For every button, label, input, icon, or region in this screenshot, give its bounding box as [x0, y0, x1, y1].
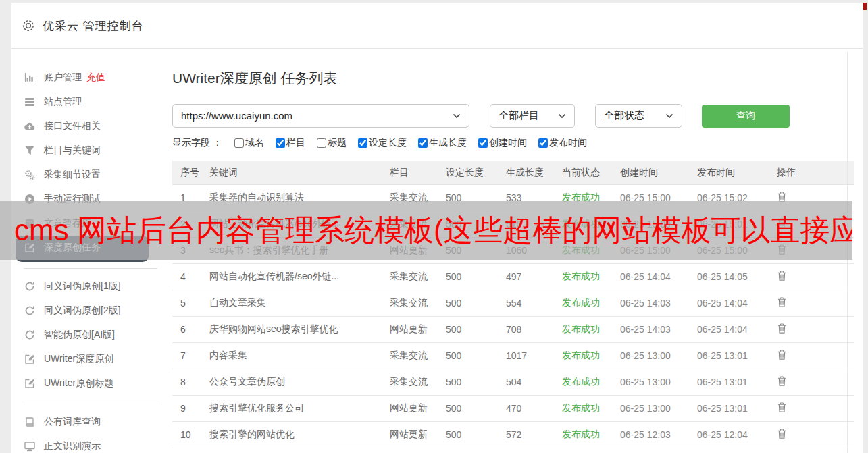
- cell-created: 06-25 14:03: [620, 298, 697, 309]
- sidebar-item[interactable]: 接口文件相关: [11, 114, 165, 138]
- sidebar-item-label: 站点管理: [44, 96, 82, 108]
- column-header: 栏目: [390, 167, 446, 179]
- sidebar-item[interactable]: 深度原创任务: [16, 236, 149, 260]
- table-body: 1采集器的自动识别算法采集交流500533发布成功06-25 15:0006-2…: [172, 185, 854, 448]
- cell-created: 06-25 14:04: [620, 271, 697, 282]
- edit-icon: [24, 242, 35, 254]
- sidebar-item[interactable]: 采集细节设置: [11, 163, 165, 187]
- column-select[interactable]: 全部栏目: [490, 104, 575, 128]
- cell-set_length: 500: [446, 324, 506, 335]
- display-field-checkbox[interactable]: [538, 138, 548, 148]
- sidebar-item[interactable]: 公有词库查询: [11, 410, 165, 434]
- display-field-option[interactable]: 生成长度: [418, 137, 467, 149]
- table-row: 9搜索引擎优化服务公司网站更新500470发布成功06-25 13:0006-2…: [172, 396, 854, 422]
- trash-icon: [777, 218, 787, 230]
- delete-button[interactable]: [777, 429, 789, 441]
- sidebar-item-label: 接口文件相关: [44, 120, 101, 132]
- cell-category: 网站更新: [390, 323, 446, 336]
- display-field-checkbox[interactable]: [478, 138, 488, 148]
- cell-created: 06-25 12:03: [620, 429, 697, 440]
- status-select[interactable]: 全部状态: [595, 104, 682, 128]
- cell-created: 06-25 13:00: [620, 350, 697, 361]
- sidebar-item[interactable]: UWriter原创标题: [11, 371, 165, 396]
- server-icon: [24, 97, 35, 108]
- trash-icon: [777, 192, 787, 204]
- cell-actions: [777, 271, 854, 283]
- display-field-label: 设定长度: [369, 137, 407, 149]
- cell-status: 发布成功: [562, 402, 620, 415]
- cell-category: 采集交流: [390, 297, 446, 309]
- sidebar-item[interactable]: 手动运行测试: [11, 187, 165, 211]
- delete-button[interactable]: [777, 244, 789, 257]
- table-row: 7内容采集采集交流5001017发布成功06-25 13:0006-25 13:…: [172, 343, 854, 369]
- sidebar-item[interactable]: 文章暂存库: [11, 211, 165, 236]
- display-field-checkbox[interactable]: [234, 138, 244, 148]
- display-field-option[interactable]: 发布时间: [538, 137, 587, 149]
- cell-id: 7: [172, 350, 209, 361]
- sidebar-item-label: 深度原创任务: [44, 242, 101, 254]
- cell-keyword: 自动文章采集: [209, 297, 390, 309]
- display-field-checkbox[interactable]: [358, 138, 367, 148]
- cell-category: 采集交流: [390, 376, 446, 388]
- sidebar-item[interactable]: UWriter深度原创: [11, 347, 165, 371]
- sidebar-item[interactable]: 智能伪原创[AI版]: [11, 323, 165, 347]
- delete-button[interactable]: [777, 402, 789, 415]
- display-field-label: 生成长度: [429, 137, 467, 149]
- sidebar-item[interactable]: 正文识别演示: [11, 434, 165, 453]
- column-header: 发布时间: [697, 167, 777, 179]
- display-field-checkbox[interactable]: [276, 138, 285, 148]
- cell-status: 发布成功: [562, 323, 620, 336]
- chevron-down-icon: [558, 113, 566, 119]
- display-field-option[interactable]: 域名: [234, 137, 264, 149]
- display-field-checkbox[interactable]: [418, 138, 428, 148]
- display-field-option[interactable]: 标题: [317, 137, 347, 149]
- display-field-option[interactable]: 设定长度: [358, 137, 407, 149]
- sidebar-item-label: 公有词库查询: [44, 416, 101, 428]
- cell-gen_length: 1017: [506, 350, 562, 361]
- sidebar-item-label: 文章暂存库: [44, 217, 91, 230]
- sidebar-item[interactable]: 账户管理充值: [11, 65, 165, 90]
- delete-button[interactable]: [777, 297, 789, 309]
- query-button[interactable]: 查询: [702, 105, 790, 128]
- delete-button[interactable]: [777, 271, 789, 283]
- display-field-label: 栏目: [286, 137, 305, 149]
- delete-button[interactable]: [777, 323, 789, 336]
- sidebar: 账户管理充值站点管理接口文件相关栏目与关键词采集细节设置手动运行测试文章暂存库深…: [11, 49, 165, 452]
- sidebar-item-label: 同义词伪原创[1版]: [44, 280, 121, 292]
- domain-select[interactable]: https://www.ucaiyun.com: [172, 104, 469, 128]
- cell-status: 发布成功: [562, 350, 620, 362]
- cell-status: 发布成功: [562, 244, 620, 257]
- display-fields-label: 显示字段 ：: [172, 137, 222, 149]
- sidebar-item[interactable]: 站点管理: [11, 90, 165, 114]
- sidebar-item-label: UWriter深度原创: [44, 353, 113, 365]
- column-header: 操作: [777, 167, 854, 179]
- cell-published: 06-25 13:01: [697, 403, 777, 414]
- delete-button[interactable]: [777, 350, 789, 362]
- table-row: 1采集器的自动识别算法采集交流500533发布成功06-25 15:0006-2…: [172, 185, 854, 211]
- cell-status: 发布成功: [562, 271, 620, 283]
- gears-icon: [24, 169, 35, 181]
- delete-button[interactable]: [777, 218, 789, 230]
- cell-set_length: 500: [446, 298, 506, 309]
- cell-published: 06-25 14:04: [697, 324, 777, 335]
- delete-button[interactable]: [777, 376, 789, 388]
- cell-gen_length: 497: [506, 271, 562, 282]
- cell-published: 06-25 13:01: [697, 377, 777, 388]
- display-field-checkbox[interactable]: [317, 138, 326, 148]
- recharge-badge[interactable]: 充值: [86, 72, 105, 84]
- display-field-option[interactable]: 栏目: [276, 137, 305, 149]
- sidebar-item[interactable]: 同义词伪原创[2版]: [11, 298, 165, 323]
- cell-status: 发布成功: [562, 376, 620, 388]
- display-field-option[interactable]: 创建时间: [478, 137, 527, 149]
- trash-icon: [777, 429, 787, 441]
- cell-gen_length: 1060: [506, 245, 562, 256]
- cell-category: 网站更新: [390, 244, 446, 257]
- table-row: 6庆华购物网站seo搜索引擎优化网站更新500708发布成功06-25 14:0…: [172, 317, 854, 343]
- sidebar-item[interactable]: 同义词伪原创[1版]: [11, 274, 165, 298]
- cell-set_length: 500: [446, 219, 506, 230]
- cell-created: 06-25 15:00: [620, 219, 697, 230]
- column-header: 序号: [172, 167, 209, 179]
- sidebar-item[interactable]: 栏目与关键词: [11, 138, 165, 163]
- trash-icon: [777, 244, 787, 257]
- delete-button[interactable]: [777, 192, 789, 204]
